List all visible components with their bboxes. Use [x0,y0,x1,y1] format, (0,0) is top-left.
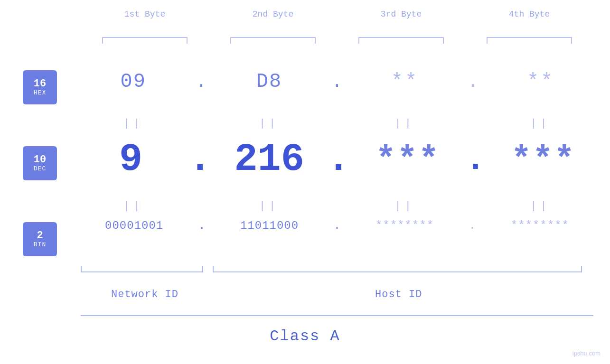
bin-val-2: 11011000 [227,219,312,232]
class-label: Class A [0,327,610,345]
bin-dot-3: . [469,219,476,232]
eq2-4: || [497,200,583,212]
dec-badge-label: DEC [34,166,46,172]
hex-dot-1: . [196,72,206,92]
bracket-1 [102,37,188,44]
dec-val-2: 216 [226,138,312,182]
dec-dot-2: . [327,138,350,182]
eq1-2: || [226,118,312,130]
bin-dot-1: . [198,219,205,232]
dec-dot-3: . [465,140,486,179]
eq2-3: || [362,200,448,212]
bin-badge: 2 BIN [23,222,57,256]
dec-val-4: *** [500,140,586,179]
hex-dot-2: . [332,72,343,92]
dec-dot-1: . [188,138,212,182]
col-header-2: 2nd Byte [216,9,330,19]
host-id-label: Host ID [375,289,422,300]
bracket-4 [487,37,572,44]
eq1-1: || [91,118,176,130]
col-header-3: 3rd Byte [344,9,458,19]
dec-badge: 10 DEC [23,146,57,180]
hex-badge-label: HEX [34,90,46,96]
eq1-4: || [497,118,583,130]
hex-val-1: 09 [91,70,176,93]
network-id-label: Network ID [111,289,178,300]
bin-val-1: 00001001 [92,219,177,232]
hex-val-3: ** [362,70,448,93]
hex-badge: 16 HEX [23,70,57,104]
dec-val-3: *** [365,140,450,179]
bin-dot-2: . [334,219,340,232]
bin-val-3: ******** [362,219,447,232]
bracket-3 [358,37,444,44]
col-header-4: 4th Byte [472,9,586,19]
eq1-3: || [362,118,448,130]
bin-badge-number: 2 [37,230,43,242]
col-header-1: 1st Byte [88,9,202,19]
bin-badge-label: BIN [34,242,46,248]
eq2-2: || [226,200,312,212]
hex-val-2: D8 [226,70,312,93]
dec-val-1: 9 [88,138,174,182]
bracket-2 [230,37,316,44]
bin-val-4: ******** [497,219,582,232]
dec-badge-number: 10 [34,154,46,166]
bottom-separator [81,315,593,316]
bottom-bracket-network [81,266,203,272]
watermark: ipshu.com [572,350,601,357]
hex-val-4: ** [498,70,583,93]
hex-badge-number: 16 [34,78,46,90]
eq2-1: || [91,200,176,212]
hex-dot-3: . [468,72,479,92]
bottom-bracket-host [213,266,582,272]
